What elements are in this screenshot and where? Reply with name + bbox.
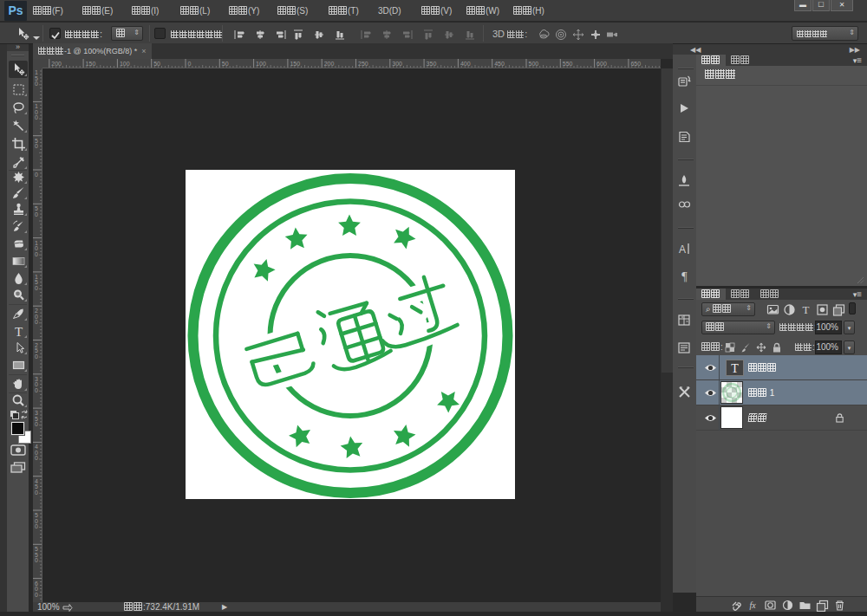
svg-text:0: 0 — [35, 557, 38, 563]
svg-text:100: 100 — [120, 61, 130, 67]
svg-text:0: 0 — [35, 251, 38, 257]
svg-text:0: 0 — [35, 172, 38, 178]
svg-text:0: 0 — [188, 61, 192, 67]
svg-text:0: 0 — [35, 592, 38, 598]
svg-text:¶: ¶ — [681, 270, 688, 283]
svg-text:T: T — [15, 325, 23, 339]
svg-text:0: 0 — [35, 81, 38, 87]
svg-text:fx: fx — [749, 600, 756, 610]
svg-text:550: 550 — [563, 61, 573, 67]
svg-text:0: 0 — [35, 353, 38, 360]
svg-text:150: 150 — [86, 61, 96, 67]
svg-text:A: A — [679, 243, 686, 256]
svg-text:600: 600 — [596, 61, 607, 67]
svg-text:0: 0 — [35, 421, 38, 427]
svg-text:500: 500 — [529, 61, 539, 67]
svg-text:300: 300 — [392, 61, 402, 67]
svg-text:400: 400 — [460, 61, 471, 67]
svg-text:0: 0 — [35, 285, 38, 291]
svg-text:0: 0 — [35, 114, 38, 120]
svg-text:0: 0 — [35, 143, 38, 149]
svg-text:0: 0 — [35, 319, 38, 325]
svg-text:650: 650 — [630, 61, 641, 67]
svg-text:200: 200 — [51, 61, 62, 67]
svg-text:250: 250 — [358, 61, 368, 67]
svg-text:100: 100 — [256, 61, 266, 67]
svg-text:50: 50 — [153, 61, 160, 67]
svg-text:T: T — [803, 303, 810, 316]
svg-text:0: 0 — [35, 455, 38, 461]
svg-text:200: 200 — [324, 61, 335, 67]
svg-text:0: 0 — [35, 387, 38, 393]
svg-text:50: 50 — [222, 61, 229, 67]
svg-text:0: 0 — [35, 490, 38, 496]
svg-text:350: 350 — [427, 61, 437, 67]
svg-text:0: 0 — [35, 523, 38, 529]
svg-text:450: 450 — [494, 61, 505, 67]
svg-text:0: 0 — [35, 211, 38, 217]
svg-text:150: 150 — [290, 61, 300, 67]
